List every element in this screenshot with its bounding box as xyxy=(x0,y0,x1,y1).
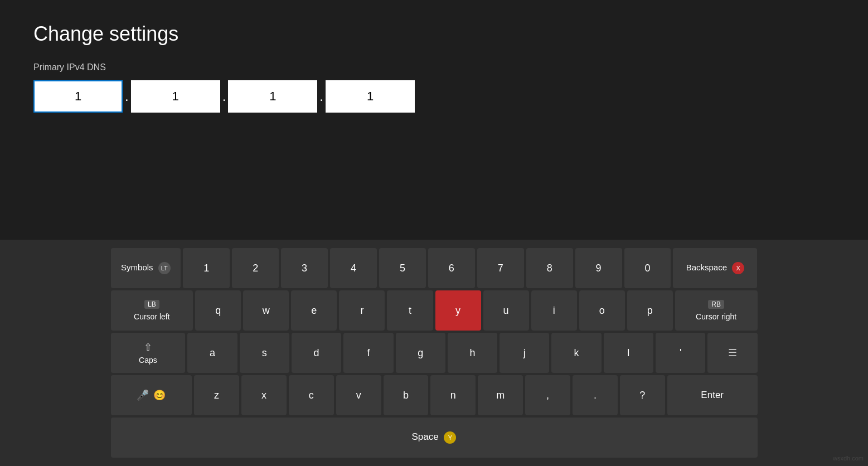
symbols-key[interactable]: Symbols LT xyxy=(111,248,181,288)
caps-label: Caps xyxy=(139,356,157,365)
key-r[interactable]: r xyxy=(339,290,385,331)
mic-icon: 🎤 xyxy=(137,389,149,401)
menu-icon: ☰ xyxy=(728,347,737,359)
key-b[interactable]: b xyxy=(384,375,429,415)
key-comma[interactable]: , xyxy=(525,375,570,415)
keyboard-area: Symbols LT 1 2 3 4 5 6 7 8 9 0 Backspace… xyxy=(0,240,868,466)
key-f[interactable]: f xyxy=(343,333,393,373)
key-q[interactable]: q xyxy=(195,290,241,331)
rb-icon: RB xyxy=(708,300,724,309)
lb-icon: LB xyxy=(144,300,159,309)
key-5[interactable]: 5 xyxy=(379,248,426,288)
page-title: Change settings xyxy=(33,22,835,46)
key-a[interactable]: a xyxy=(187,333,237,373)
y-badge: Y xyxy=(444,431,456,444)
key-7[interactable]: 7 xyxy=(477,248,524,288)
ip-octet-4[interactable] xyxy=(326,80,415,113)
key-y[interactable]: y xyxy=(435,290,481,331)
key-v[interactable]: v xyxy=(336,375,381,415)
key-c[interactable]: c xyxy=(289,375,334,415)
key-g[interactable]: g xyxy=(396,333,445,373)
lt-badge: LT xyxy=(158,262,171,274)
key-question[interactable]: ? xyxy=(620,375,665,415)
mic-emoji-key[interactable]: 🎤 😊 xyxy=(111,375,192,415)
key-9[interactable]: 9 xyxy=(575,248,622,288)
ip-separator-3: . xyxy=(317,89,326,104)
keyboard-row-2: LB Cursor left q w e r t y u i o p RB Cu… xyxy=(111,290,758,331)
ip-octet-2[interactable] xyxy=(131,80,220,113)
key-6[interactable]: 6 xyxy=(428,248,475,288)
mic-emoji-icons: 🎤 😊 xyxy=(137,389,166,401)
cursor-right-label: Cursor right xyxy=(696,312,736,321)
caps-icon: ⇧ xyxy=(144,341,152,353)
cursor-left-label: Cursor left xyxy=(134,312,170,321)
backspace-key[interactable]: Backspace X xyxy=(673,248,757,288)
enter-label: Enter xyxy=(701,390,724,401)
key-8[interactable]: 8 xyxy=(526,248,573,288)
key-h[interactable]: h xyxy=(448,333,497,373)
key-3[interactable]: 3 xyxy=(281,248,328,288)
key-m[interactable]: m xyxy=(478,375,523,415)
ip-octet-1[interactable] xyxy=(33,80,123,113)
keyboard: Symbols LT 1 2 3 4 5 6 7 8 9 0 Backspace… xyxy=(111,248,758,458)
cursor-right-key[interactable]: RB Cursor right xyxy=(675,290,758,331)
key-2[interactable]: 2 xyxy=(232,248,279,288)
key-e[interactable]: e xyxy=(291,290,337,331)
key-t[interactable]: t xyxy=(387,290,433,331)
ip-octet-3[interactable] xyxy=(228,80,317,113)
key-p[interactable]: p xyxy=(627,290,673,331)
ip-separator-1: . xyxy=(123,89,131,104)
watermark: wsxdh.com xyxy=(833,455,864,462)
keyboard-row-4: 🎤 😊 z x c v b n m , . ? Enter xyxy=(111,375,758,415)
symbols-label: Symbols LT xyxy=(121,262,171,274)
keyboard-row-1: Symbols LT 1 2 3 4 5 6 7 8 9 0 Backspace… xyxy=(111,248,758,288)
keyboard-row-5: Space Y xyxy=(111,418,758,458)
key-0[interactable]: 0 xyxy=(624,248,671,288)
key-d[interactable]: d xyxy=(292,333,341,373)
key-z[interactable]: z xyxy=(194,375,239,415)
settings-area: Change settings Primary IPv4 DNS . . . xyxy=(0,0,868,240)
ip-separator-2: . xyxy=(220,89,229,104)
key-x[interactable]: x xyxy=(241,375,287,415)
key-i[interactable]: i xyxy=(531,290,577,331)
key-n[interactable]: n xyxy=(430,375,476,415)
key-w[interactable]: w xyxy=(243,290,289,331)
key-l[interactable]: l xyxy=(604,333,653,373)
cursor-left-key[interactable]: LB Cursor left xyxy=(111,290,193,331)
key-u[interactable]: u xyxy=(483,290,529,331)
key-4[interactable]: 4 xyxy=(330,248,377,288)
x-badge: X xyxy=(732,262,744,274)
emoji-icon: 😊 xyxy=(153,389,166,401)
key-s[interactable]: s xyxy=(240,333,289,373)
enter-key[interactable]: Enter xyxy=(667,375,758,415)
space-key[interactable]: Space Y xyxy=(111,418,758,458)
key-o[interactable]: o xyxy=(579,290,625,331)
caps-key[interactable]: ⇧ Caps xyxy=(111,333,186,373)
key-j[interactable]: j xyxy=(500,333,549,373)
menu-key[interactable]: ☰ xyxy=(707,333,757,373)
key-apostrophe[interactable]: ' xyxy=(656,333,705,373)
key-period[interactable]: . xyxy=(573,375,618,415)
key-1[interactable]: 1 xyxy=(183,248,230,288)
keyboard-row-3: ⇧ Caps a s d f g h j k l ' ☰ xyxy=(111,333,758,373)
key-k[interactable]: k xyxy=(551,333,601,373)
field-label: Primary IPv4 DNS xyxy=(33,62,835,72)
ip-inputs: . . . xyxy=(33,80,835,113)
